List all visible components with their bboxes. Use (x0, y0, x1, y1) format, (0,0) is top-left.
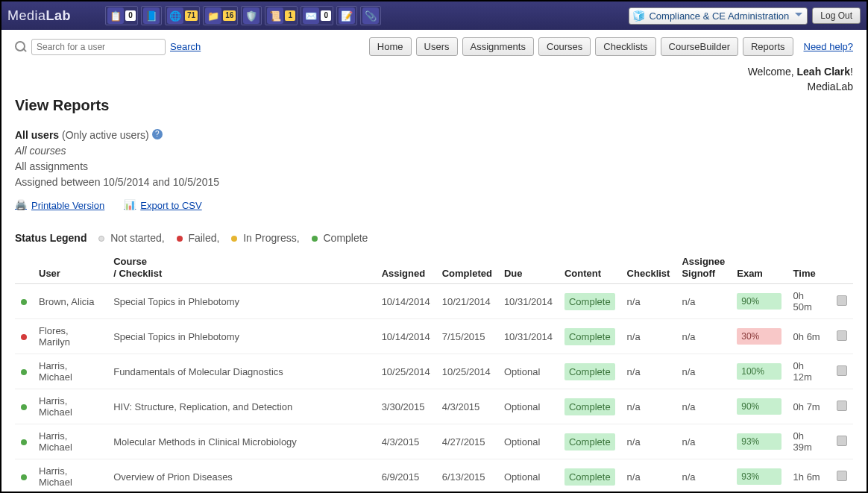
top-icon-badge: 71 (185, 10, 198, 21)
top-icon-badge: 16 (223, 10, 236, 21)
filter-daterange: Assigned between 10/5/2014 and 10/5/2015 (15, 175, 853, 190)
exam-chip: 93% (737, 468, 781, 485)
row-detail-icon[interactable] (837, 436, 847, 446)
top-icon-8[interactable]: 📎 (360, 6, 381, 25)
top-icon-2[interactable]: 🌐71 (165, 6, 200, 25)
top-icon-glyph: 📁 (205, 7, 221, 24)
row-detail-icon[interactable] (837, 471, 847, 481)
cell-signoff: n/a (676, 319, 731, 354)
module-tab-coursebuilder[interactable]: CourseBuilder (661, 37, 738, 56)
module-tab-courses[interactable]: Courses (538, 37, 591, 56)
user-search-input[interactable] (31, 39, 166, 55)
legend-not-started: Not started, (110, 232, 164, 244)
legend-inprogress: In Progress, (243, 232, 299, 244)
cell-completed: 6/13/2015 (436, 459, 498, 492)
export-csv-link[interactable]: 📊 Export to CSV (124, 199, 201, 211)
row-detail-icon[interactable] (837, 365, 847, 376)
table-body: Brown, AliciaSpecial Topics in Phlebotom… (15, 284, 853, 492)
need-help-link[interactable]: Need help? (804, 41, 854, 52)
top-icon-5[interactable]: 📜1 (265, 6, 298, 25)
top-icon-badge: 0 (125, 10, 136, 21)
cell-course: Fundamentals of Molecular Diagnostics (107, 354, 375, 389)
module-tab-users[interactable]: Users (416, 37, 458, 56)
status-dot-icon (21, 299, 27, 305)
cell-assigned: 6/9/2015 (376, 459, 436, 492)
top-icon-glyph: 📘 (143, 7, 160, 24)
cell-assigned: 4/3/2015 (376, 424, 436, 459)
row-detail-icon[interactable] (837, 401, 847, 411)
dot-not-started-icon (98, 236, 104, 242)
cell-checklist: n/a (621, 389, 676, 424)
exam-chip: 90% (737, 293, 781, 310)
help-icon[interactable]: ? (152, 129, 163, 139)
content-chip: Complete (564, 433, 615, 450)
welcome-suf: ! (850, 66, 853, 78)
table-row: Harris, MichaelMolecular Methods in Clin… (15, 424, 853, 459)
cell-time: 0h 50m (787, 284, 831, 319)
exam-chip: 100% (737, 363, 781, 380)
welcome-pre: Welcome, (748, 66, 797, 78)
legend-title: Status Legend (15, 232, 87, 244)
top-icon-glyph: 🌐 (167, 7, 183, 24)
module-tab-home[interactable]: Home (369, 37, 412, 56)
admin-context-dropdown[interactable]: 🧊 Compliance & CE Administration (629, 7, 808, 25)
top-icon-1[interactable]: 📘 (141, 6, 162, 25)
cell-user: Harris, Michael (33, 459, 107, 492)
cell-user: Flores, Marilyn (33, 319, 107, 354)
cell-due: Optional (498, 424, 559, 459)
printable-version-label: Printable Version (31, 200, 104, 211)
brand-logo[interactable]: MediaLab (7, 8, 71, 24)
top-icon-0[interactable]: 📋0 (105, 6, 138, 25)
cell-assigned: 3/30/2015 (376, 389, 436, 424)
admin-dropdown-label: Compliance & CE Administration (649, 10, 789, 22)
top-icon-6[interactable]: ✉️0 (301, 6, 333, 25)
content-chip: Complete (564, 293, 615, 310)
top-icon-glyph: 📜 (267, 7, 283, 24)
exam-chip: 30% (737, 328, 781, 345)
legend-complete: Complete (323, 232, 368, 244)
table-row: Flores, MarilynSpecial Topics in Phlebot… (15, 319, 853, 354)
chevron-down-icon (795, 13, 802, 16)
page-title: View Reports (15, 97, 853, 114)
content-chip: Complete (564, 468, 615, 486)
top-icon-3[interactable]: 📁16 (203, 6, 238, 25)
status-dot-icon (21, 404, 27, 410)
brand-part-b: Lab (46, 8, 72, 23)
logout-button[interactable]: Log Out (812, 7, 861, 24)
col-header: Checklist (621, 251, 676, 284)
module-tab-checklists[interactable]: Checklists (595, 37, 655, 56)
top-icon-4[interactable]: 🛡️ (241, 6, 262, 25)
cube-icon: 🧊 (632, 10, 645, 22)
cell-signoff: n/a (676, 459, 731, 492)
printable-version-link[interactable]: 🖨️ Printable Version (15, 199, 104, 211)
cell-checklist: n/a (621, 354, 676, 389)
printer-icon: 🖨️ (15, 199, 27, 211)
cell-completed: 4/3/2015 (436, 389, 498, 424)
cell-assigned: 10/14/2014 (376, 284, 436, 319)
status-dot-icon (21, 369, 27, 375)
brand-part-a: Media (7, 8, 46, 23)
cell-completed: 10/21/2014 (436, 284, 498, 319)
cell-user: Harris, Michael (33, 389, 107, 424)
col-header: Exam (731, 251, 787, 284)
status-dot-icon (21, 439, 27, 445)
row-detail-icon[interactable] (837, 330, 847, 341)
row-detail-icon[interactable] (837, 295, 847, 306)
search-link[interactable]: Search (170, 41, 201, 52)
top-icon-7[interactable]: 📝 (336, 6, 357, 25)
top-icon-glyph: 📋 (107, 7, 124, 24)
cell-checklist: n/a (621, 424, 676, 459)
welcome-org: MediaLab (808, 81, 854, 92)
col-header: Course/ Checklist (107, 251, 375, 284)
col-header: Assigned (376, 251, 436, 284)
module-tab-reports[interactable]: Reports (743, 37, 793, 56)
status-dot-icon (21, 474, 27, 480)
module-tab-assignments[interactable]: Assignments (462, 37, 534, 56)
cell-completed: 7/15/2015 (436, 319, 498, 354)
content-chip: Complete (564, 328, 615, 345)
top-icon-glyph: 📎 (362, 7, 379, 24)
filter-users-bold: All users (15, 129, 59, 141)
content-chip: Complete (564, 398, 615, 415)
status-dot-icon (21, 334, 27, 340)
cell-assigned: 10/25/2014 (376, 354, 436, 389)
